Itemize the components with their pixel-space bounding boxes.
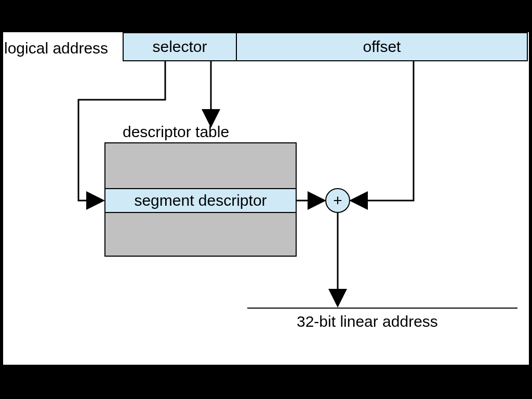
logical-address-label: logical address <box>4 39 108 57</box>
offset-label: offset <box>363 38 401 56</box>
selector-label: selector <box>152 38 207 56</box>
descriptor-table-label: descriptor table <box>123 123 229 141</box>
arrow-offset-to-adder <box>352 61 414 201</box>
selector-box: selector <box>123 32 237 61</box>
offset-box: offset <box>236 32 528 61</box>
adder-symbol: + <box>333 192 342 209</box>
result-line <box>247 308 517 309</box>
segment-descriptor-label: segment descriptor <box>134 192 267 209</box>
segment-descriptor-box: segment descriptor <box>104 188 297 213</box>
adder-node: + <box>325 188 350 213</box>
result-label: 32-bit linear address <box>297 313 438 330</box>
diagram-canvas: logical address selector offset descript… <box>3 32 529 365</box>
